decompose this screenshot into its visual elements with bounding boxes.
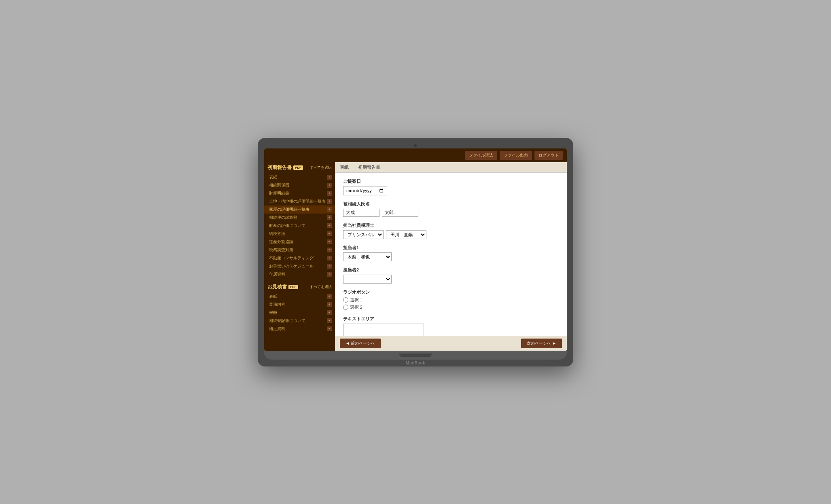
section2-select-all-button[interactable]: すべてを選択 — [310, 284, 332, 290]
camera — [414, 144, 417, 147]
section1-select-all-button[interactable]: すべてを選択 — [310, 165, 332, 170]
radio-input1[interactable] — [343, 297, 348, 303]
person1-label: 担当者1 — [343, 245, 559, 251]
sidebar-item-icon: + — [327, 207, 332, 212]
staff-select1[interactable]: プリンスバル — [343, 230, 384, 239]
sidebar-item-icon: + — [327, 248, 332, 252]
sidebar-item-fushoku[interactable]: 付属資料 + — [264, 270, 335, 278]
heir-first-name-input[interactable] — [382, 209, 418, 217]
sidebar-item-icon: + — [327, 264, 332, 269]
radio-option1[interactable]: 選択１ — [343, 297, 559, 303]
sidebar-divider — [264, 278, 335, 282]
staff-section: 担当社員税理士 プリンスバル 田川 直鍋 — [343, 222, 559, 239]
sidebar-item-icon: + — [327, 256, 332, 260]
macbook-label: MacBook — [264, 360, 567, 366]
person1-select[interactable]: 木梨 和也 — [343, 252, 392, 261]
sidebar-item-icon: + — [327, 223, 332, 228]
section1-title: 初期報告書 — [267, 164, 292, 171]
radio-input2[interactable] — [343, 305, 348, 310]
sidebar-item-tochi-meisai[interactable]: 土地・借地権の評価明細一覧表 + — [264, 197, 335, 205]
person2-section: 担当者2 — [343, 267, 559, 284]
sidebar-item-icon: + — [327, 326, 332, 331]
radio-label1: 選択１ — [350, 297, 363, 303]
heir-last-name-input[interactable] — [343, 209, 379, 217]
sidebar-item-touki[interactable]: 相続登記等について + — [264, 317, 335, 325]
sidebar-item-icon: + — [327, 183, 332, 188]
proposal-date-label: ご提案日 — [343, 178, 559, 184]
sidebar-item-icon: + — [327, 231, 332, 236]
sidebar-item-icon: + — [327, 302, 332, 307]
person2-select[interactable] — [343, 275, 392, 284]
sidebar-item-schedule[interactable]: お手伝いのスケジュール + — [264, 262, 335, 270]
sidebar-item-icon: + — [327, 294, 332, 299]
sidebar-item-icon: + — [327, 318, 332, 323]
radio-group: 選択１ 選択２ — [343, 297, 559, 310]
file-load-button[interactable]: ファイル読込 — [465, 151, 497, 160]
staff-label: 担当社員税理士 — [343, 222, 559, 229]
sidebar-item-souzoku-kankei[interactable]: 相続関係図 + — [264, 181, 335, 189]
breadcrumb-page: 表紙 — [340, 164, 349, 170]
sidebar-item-icon: + — [327, 239, 332, 244]
laptop-notch — [399, 354, 432, 357]
radio-option2[interactable]: 選択２ — [343, 304, 559, 310]
person2-label: 担当者2 — [343, 267, 559, 273]
laptop-base — [264, 351, 567, 360]
sidebar-item-gyomu[interactable]: 業務内容 + — [264, 301, 335, 309]
section2-title: お見積書 — [267, 284, 287, 290]
main-content: 表紙 初期報告書 ご提案日 被相続人氏名 — [335, 162, 567, 351]
file-output-button[interactable]: ファイル出力 — [500, 151, 532, 160]
header: ファイル読込 ファイル出力 ログアウト — [264, 148, 567, 162]
sidebar-item-icon: + — [327, 215, 332, 220]
sidebar-item-hyoshi1[interactable]: 表紙 + — [264, 173, 335, 181]
person1-section: 担当者1 木梨 和也 — [343, 245, 559, 261]
sidebar-item-kaoku-meisai[interactable]: 家屋の評価明細一覧表 + — [264, 205, 335, 214]
textarea-label: テキストエリア — [343, 316, 559, 322]
footer-nav: ◄ 前のページへ 次のページへ ► — [335, 336, 567, 351]
sidebar-item-hosoku[interactable]: 補足資料 + — [264, 325, 335, 333]
section1-pdf-badge: PDF — [293, 165, 303, 170]
textarea-section: テキストエリア — [343, 316, 559, 336]
sidebar-item-zaisan-hyoka[interactable]: 財産の評価について + — [264, 222, 335, 230]
sidebar-item-icon: + — [327, 272, 332, 277]
radio-label2: 選択２ — [350, 304, 363, 310]
breadcrumb-section: 初期報告書 — [358, 164, 380, 170]
radio-section: ラジオボタン 選択１ 選択２ — [343, 289, 559, 310]
form-area: ご提案日 被相続人氏名 担 — [335, 173, 567, 336]
section2-header: お見積書 PDF すべてを選択 — [264, 282, 335, 292]
sidebar-item-icon: + — [327, 191, 332, 196]
next-page-button[interactable]: 次のページへ ► — [521, 339, 562, 348]
breadcrumb: 表紙 初期報告書 — [335, 162, 567, 173]
sidebar-item-icon: + — [327, 175, 332, 180]
sidebar-item-zeimu[interactable]: 税務調査対策 + — [264, 246, 335, 254]
sidebar-item-hyoshi2[interactable]: 表紙 + — [264, 292, 335, 301]
proposal-date-section: ご提案日 — [343, 178, 559, 195]
staff-select2[interactable]: 田川 直鍋 — [386, 230, 426, 239]
sidebar-item-souzoku-shisan[interactable]: 相続税の試算額 + — [264, 214, 335, 222]
section1-header: 初期報告書 PDF すべてを選択 — [264, 162, 335, 173]
sidebar-item-fudosan[interactable]: 不動産コンサルティング + — [264, 254, 335, 262]
heir-name-label: 被相続人氏名 — [343, 201, 559, 207]
sidebar-item-isan[interactable]: 遺産分割協議 + — [264, 238, 335, 246]
prev-page-button[interactable]: ◄ 前のページへ — [340, 339, 381, 348]
heir-name-section: 被相続人氏名 — [343, 201, 559, 217]
sidebar-item-icon: + — [327, 310, 332, 315]
sidebar-item-hoshu[interactable]: 報酬 + — [264, 309, 335, 317]
logout-button[interactable]: ログアウト — [534, 151, 563, 160]
textarea-input[interactable] — [343, 324, 424, 336]
sidebar: 初期報告書 PDF すべてを選択 表紙 + 相続関係図 + 財産明細書 + — [264, 162, 335, 351]
sidebar-item-nouzei[interactable]: 納税方法 + — [264, 230, 335, 238]
radio-label: ラジオボタン — [343, 289, 559, 295]
section2-pdf-badge: PDF — [288, 285, 298, 289]
sidebar-item-zaisan-meisai[interactable]: 財産明細書 + — [264, 189, 335, 197]
proposal-date-input[interactable] — [343, 186, 387, 195]
sidebar-item-icon: + — [327, 199, 332, 204]
